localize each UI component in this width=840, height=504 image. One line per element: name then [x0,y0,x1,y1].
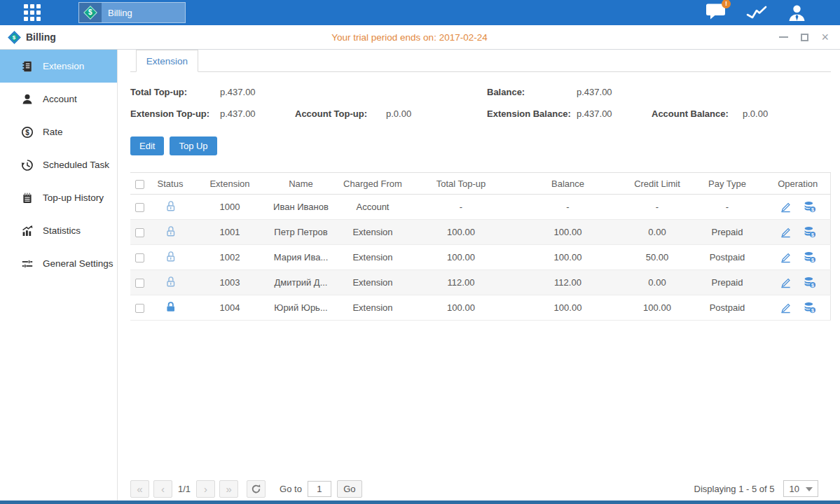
window-title: Billing [26,31,56,43]
page-size-select[interactable]: 10 [783,480,818,497]
pagination-bar: « ‹ 1/1 › » Go to Go Displaying 1 - 5 of… [130,479,831,498]
user-account-icon[interactable] [787,4,806,22]
sidebar-item-scheduled-task[interactable]: Scheduled Task [0,148,117,181]
topup-row-icon[interactable]: $ [803,301,817,314]
summary-balance: Balance: p.437.00 [487,87,612,97]
billing-window-icon: $ [8,31,20,43]
status-unlocked-icon [164,250,177,263]
sidebar-item-extension[interactable]: Extension [0,50,117,83]
cell-credit-limit: - [626,195,689,220]
cell-credit-limit: 100.00 [626,295,689,321]
summary-extension-balance: Extension Balance: p.437.00 [487,108,652,119]
row-checkbox[interactable] [135,304,144,313]
edit-row-icon[interactable] [779,225,792,239]
topup-row-icon[interactable]: $ [803,276,817,289]
edit-button[interactable]: Edit [130,136,164,155]
summary-extension-topup: Extension Top-up: p.437.00 [130,108,295,119]
trial-notice: Your trial period ends on: 2017-02-24 [0,32,819,43]
status-unlocked-icon [164,275,177,288]
tab-extension[interactable]: Extension [136,50,198,72]
svg-text:$: $ [25,128,29,136]
topup-row-icon[interactable]: $ [803,225,817,239]
prev-page-button[interactable]: ‹ [153,480,172,498]
table-row: 1004 Юрий Юрь... Extension 100.00 100.00… [130,295,830,321]
edit-row-icon[interactable] [779,200,792,214]
sidebar-item-label: General Settings [43,258,113,269]
first-page-button[interactable]: « [130,480,149,498]
bar-chart-icon [21,225,34,237]
col-pay-type: Pay Type [689,173,766,195]
sidebar-item-rate[interactable]: $ Rate [0,115,117,148]
cell-charged-from: Extension [333,270,412,295]
cell-balance: 100.00 [510,245,626,270]
cell-name: Мария Ива... [268,245,333,270]
select-all-checkbox[interactable] [135,180,144,189]
col-total-topup: Total Top-up [412,173,510,195]
next-page-button[interactable]: › [196,480,215,498]
goto-page-input[interactable] [308,481,331,497]
cell-charged-from: Extension [333,245,412,270]
cell-total-topup: 112.00 [412,270,510,295]
go-button[interactable]: Go [337,480,362,498]
edit-row-icon[interactable] [779,251,792,264]
cell-extension: 1003 [191,270,268,295]
taskbar-item-billing[interactable]: $ Billing [78,2,186,23]
sidebar: Extension Account $ Rate [0,50,118,500]
summary-account-topup: Account Top-up: p.0.00 [295,108,487,119]
summary-section: Total Top-up: p.437.00 Balance: p.437.00… [130,81,831,125]
person-icon [21,93,34,106]
reports-chart-icon[interactable] [745,5,769,21]
row-checkbox[interactable] [135,203,144,212]
row-checkbox[interactable] [135,279,144,288]
cell-total-topup: 100.00 [412,220,510,245]
col-name: Name [268,173,333,195]
col-balance: Balance [510,173,626,195]
cell-extension: 1000 [191,195,268,220]
topbar: $ Billing ! [0,0,840,25]
status-unlocked-icon [164,225,177,238]
cell-pay-type: - [689,195,766,220]
sidebar-item-label: Account [43,94,77,104]
row-checkbox[interactable] [135,228,144,237]
messages-icon[interactable]: ! [705,3,727,23]
maximize-button[interactable] [801,34,808,41]
col-status: Status [149,173,191,195]
sidebar-item-general-settings[interactable]: General Settings [0,247,117,280]
toolbar: Edit Top Up [130,136,831,155]
sidebar-item-topup-history[interactable]: Top-up History [0,181,117,214]
table-row: 1002 Мария Ива... Extension 100.00 100.0… [130,245,830,270]
app-grid-icon[interactable] [24,4,49,21]
bottom-strip [0,500,840,504]
table-header-row: Status Extension Name Charged From Total… [130,173,830,195]
last-page-button[interactable]: » [219,480,238,498]
sidebar-item-statistics[interactable]: Statistics [0,214,117,247]
taskbar-item-label: Billing [108,8,132,18]
sidebar-item-label: Scheduled Task [43,160,109,170]
cell-pay-type: Prepaid [689,270,766,295]
edit-row-icon[interactable] [779,301,792,314]
notification-badge: ! [722,0,731,8]
cell-balance: 112.00 [510,270,626,295]
status-unlocked-icon [164,200,177,213]
close-button[interactable]: × [821,34,829,41]
col-operation: Operation [766,173,830,195]
billing-app-screen: $ Billing ! [0,0,840,504]
topup-row-icon[interactable]: $ [803,200,817,214]
row-checkbox[interactable] [135,253,144,262]
top-up-button[interactable]: Top Up [170,136,216,155]
refresh-button[interactable] [247,480,266,498]
cell-balance: - [510,195,626,220]
minimize-button[interactable] [779,36,788,38]
dollar-circle-icon: $ [21,126,34,139]
tabstrip: Extension [130,50,831,72]
cell-name: Дмитрий Д... [268,270,333,295]
topup-row-icon[interactable]: $ [803,251,817,264]
edit-row-icon[interactable] [779,276,792,289]
sidebar-item-account[interactable]: Account [0,83,117,115]
cell-pay-type: Postpaid [689,295,766,321]
goto-label: Go to [280,484,302,494]
window-titlebar: $ Billing Your trial period ends on: 201… [0,25,840,50]
refresh-icon [251,484,261,494]
cell-pay-type: Prepaid [689,220,766,245]
svg-text:$: $ [811,283,814,288]
